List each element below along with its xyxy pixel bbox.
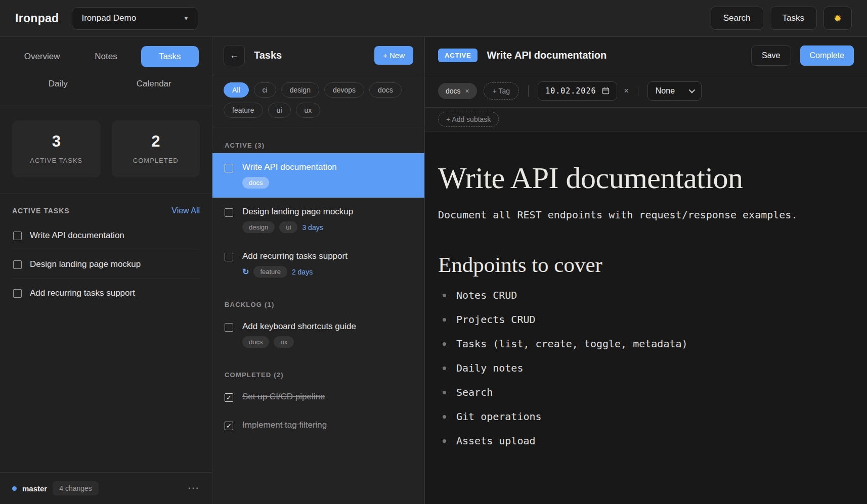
- due-label: 3 days: [302, 223, 323, 232]
- sidebar-nav-tasks[interactable]: Tasks: [141, 46, 199, 67]
- view-all-link[interactable]: View All: [171, 206, 200, 215]
- sidebar-nav-calendar[interactable]: Calendar: [125, 73, 183, 95]
- sidebar-task-row[interactable]: Design landing page mockup: [12, 250, 200, 279]
- recurring-icon: ↻: [242, 267, 249, 277]
- project-select-value: Ironpad Demo: [81, 13, 136, 23]
- due-date-input[interactable]: 10.02.2026: [538, 81, 617, 101]
- task-body: Design landing page mockupdesignui3 days: [242, 207, 353, 233]
- section-label: ACTIVE (3): [225, 142, 412, 149]
- task-body: Add recurring tasks support↻feature2 day…: [242, 251, 348, 278]
- clear-date-icon[interactable]: ×: [624, 86, 628, 96]
- remove-tag-icon[interactable]: ×: [465, 87, 469, 95]
- detail-meta-row: docs × + Tag 10.02.2026 × None: [425, 74, 867, 108]
- task-meta: docsux: [242, 336, 356, 348]
- task-checkbox[interactable]: [225, 253, 233, 261]
- doc-bullet-item: Notes CRUD: [438, 290, 837, 301]
- stat-value: 3: [16, 132, 97, 151]
- tasks-panel: ← Tasks + New Allcidesigndevopsdocsfeatu…: [212, 37, 425, 504]
- active-tasks-header: ACTIVE TASKS: [12, 207, 70, 215]
- task-checkbox[interactable]: [13, 260, 22, 269]
- task-checkbox[interactable]: [225, 164, 233, 172]
- sidebar-task-row[interactable]: Add recurring tasks support: [12, 279, 200, 307]
- doc-heading-1: Write API documentation: [438, 161, 837, 196]
- sidebar-task-rows: Write API documentationDesign landing pa…: [12, 221, 200, 307]
- sidebar-nav-overview[interactable]: Overview: [13, 46, 71, 67]
- filter-ux[interactable]: ux: [296, 103, 321, 118]
- divider: [638, 85, 638, 97]
- sidebar-task-row[interactable]: Write API documentation: [12, 221, 200, 250]
- doc-paragraph: Document all REST endpoints with request…: [438, 209, 837, 221]
- sidebar-nav-notes[interactable]: Notes: [77, 46, 135, 67]
- overflow-menu-icon[interactable]: ···: [188, 483, 200, 493]
- task-checkbox[interactable]: ✓: [225, 393, 233, 402]
- task-list: ACTIVE (3)Write API documentationdocsDes…: [212, 127, 424, 504]
- sidebar-task-label: Write API documentation: [30, 231, 124, 241]
- save-button[interactable]: Save: [751, 45, 791, 66]
- doc-bullet-item: Search: [438, 387, 837, 398]
- sidebar-footer: master 4 changes ···: [0, 472, 212, 504]
- task-body: Add keyboard shortcuts guidedocsux: [242, 322, 356, 348]
- doc-bullet-item: Assets upload: [438, 436, 837, 446]
- tasks-button[interactable]: Tasks: [770, 7, 817, 30]
- changes-badge: 4 changes: [53, 481, 99, 495]
- task-checkbox[interactable]: [225, 208, 233, 217]
- task-body: Set up CI/CD pipeline: [242, 392, 325, 402]
- task-checkbox[interactable]: [13, 289, 22, 298]
- sidebar-nav-daily[interactable]: Daily: [29, 73, 87, 95]
- divider: [528, 85, 529, 97]
- app-logo: Ironpad: [15, 12, 59, 25]
- task-title: Add recurring tasks support: [242, 251, 348, 261]
- task-row[interactable]: ✓Implement tag filtering: [212, 411, 424, 439]
- filter-docs[interactable]: docs: [369, 82, 402, 98]
- task-row[interactable]: Add recurring tasks support↻feature2 day…: [212, 242, 424, 287]
- detail-header: ACTIVE Write API documentation Save Comp…: [425, 37, 867, 74]
- task-meta: ↻feature2 days: [242, 266, 348, 278]
- project-select[interactable]: Ironpad Demo ▼: [72, 7, 198, 30]
- back-button[interactable]: ←: [224, 45, 245, 66]
- doc-bullet-item: Projects CRUD: [438, 314, 837, 325]
- tag-pill-docs: docs: [242, 336, 269, 348]
- document-preview: Write API documentation Document all RES…: [425, 131, 867, 504]
- filter-feature[interactable]: feature: [224, 103, 263, 118]
- due-date-value: 10.02.2026: [545, 86, 596, 96]
- task-checkbox[interactable]: [13, 232, 22, 240]
- priority-select[interactable]: None: [647, 81, 702, 101]
- search-button[interactable]: Search: [711, 7, 763, 30]
- complete-button[interactable]: Complete: [800, 45, 854, 66]
- stat-card-active-tasks: 3 ACTIVE TASKS: [12, 120, 101, 177]
- detail-title: Write API documentation: [487, 50, 606, 61]
- task-row[interactable]: Add keyboard shortcuts guidedocsux: [212, 312, 424, 357]
- doc-bullet-list: Notes CRUDProjects CRUDTasks (list, crea…: [438, 290, 837, 446]
- new-task-button[interactable]: + New: [374, 46, 413, 65]
- topbar-actions: Search Tasks ✹: [711, 7, 852, 30]
- tasks-panel-title: Tasks: [254, 50, 282, 61]
- doc-bullet-item: Daily notes: [438, 363, 837, 374]
- theme-toggle-button[interactable]: ✹: [823, 7, 852, 30]
- task-title: Add keyboard shortcuts guide: [242, 322, 356, 332]
- branch-dot-icon: [12, 486, 17, 491]
- add-subtask-button[interactable]: + Add subtask: [438, 112, 499, 127]
- section-label: COMPLETED (2): [225, 371, 412, 379]
- branch-name: master: [22, 484, 47, 493]
- filter-design[interactable]: design: [281, 82, 319, 98]
- filter-ui[interactable]: ui: [268, 103, 291, 118]
- filter-devops[interactable]: devops: [324, 82, 364, 98]
- task-detail-panel: ACTIVE Write API documentation Save Comp…: [425, 37, 867, 504]
- topbar: Ironpad Ironpad Demo ▼ Search Tasks ✹: [0, 0, 867, 37]
- filter-all[interactable]: All: [224, 82, 249, 98]
- task-title: Implement tag filtering: [242, 420, 327, 430]
- add-tag-button[interactable]: + Tag: [484, 82, 519, 100]
- due-label: 2 days: [292, 268, 313, 276]
- tag-chip-docs[interactable]: docs ×: [438, 83, 477, 99]
- task-row[interactable]: ✓Set up CI/CD pipeline: [212, 383, 424, 411]
- calendar-icon[interactable]: [602, 87, 610, 95]
- stat-label: COMPLETED: [116, 157, 196, 164]
- task-title: Design landing page mockup: [242, 207, 353, 217]
- doc-bullet-item: Git operations: [438, 411, 837, 422]
- task-row[interactable]: Design landing page mockupdesignui3 days: [212, 198, 424, 242]
- task-row[interactable]: Write API documentationdocs: [212, 153, 424, 198]
- task-checkbox[interactable]: ✓: [225, 422, 233, 430]
- filter-ci[interactable]: ci: [254, 82, 276, 98]
- stat-value: 2: [116, 132, 196, 151]
- task-checkbox[interactable]: [225, 323, 233, 332]
